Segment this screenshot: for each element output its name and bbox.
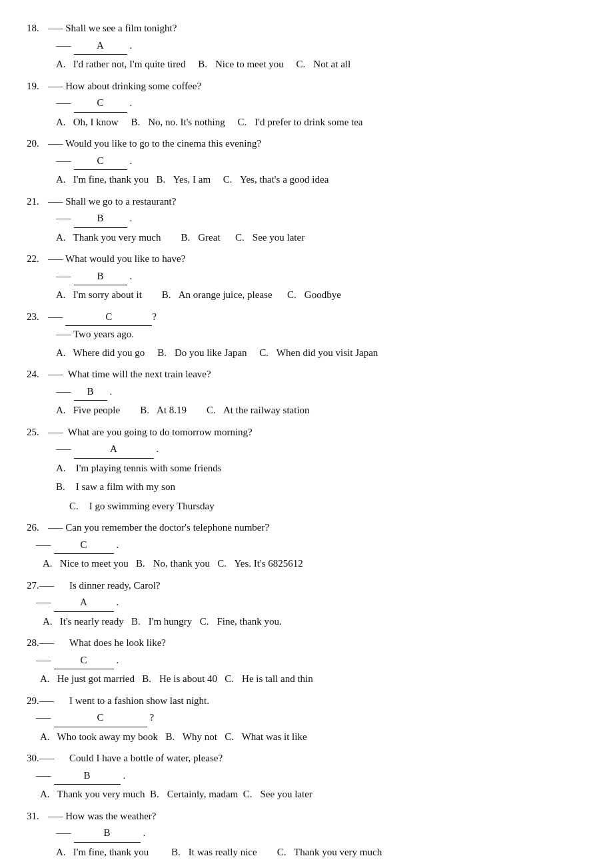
- q27-optC: C. Fine, thank you.: [200, 612, 282, 631]
- question-25: 25. ––– What are you going to do tomorro…: [27, 424, 586, 516]
- q31-prompt: ––– How was the weather?: [48, 808, 156, 825]
- q31-num: 31.: [27, 808, 45, 825]
- question-20: 20. ––– Would you like to go to the cine…: [27, 135, 586, 189]
- q19-options: A. Oh, I know B. No, no. It's nothing C.…: [27, 113, 586, 132]
- q31-optC: C. Thank you very much: [277, 843, 382, 862]
- q24-dash: –––: [56, 383, 71, 401]
- q31-dash: –––: [56, 825, 71, 842]
- q26-optA: A. Nice to meet you: [43, 554, 136, 573]
- q27-blank: A: [54, 594, 114, 612]
- q20-blank: C: [74, 153, 127, 171]
- q28-optC: C. He is tall and thin: [225, 669, 312, 689]
- question-18: 18. ––– Shall we see a film tonight? –––…: [27, 20, 586, 74]
- q27-num: 27.–––: [27, 577, 67, 595]
- q18-num: 18.: [27, 20, 45, 37]
- q26-optB: B. No, thank you: [136, 554, 217, 573]
- question-32: 32. ––– What does he look like? ––– C.: [27, 865, 586, 868]
- q25-optC: C. I go swimming every Thursday: [56, 497, 586, 516]
- q27-optB: B. I'm hungry: [131, 612, 200, 631]
- q25-options: A. I'm playing tennis with some friends …: [27, 459, 586, 516]
- q19-prompt: ––– How about drinking some coffee?: [48, 78, 201, 95]
- q31-optA: A. I'm fine, thank you: [56, 843, 171, 862]
- question-26: 26. ––– Can you remember the doctor's te…: [27, 519, 586, 573]
- q24-blank: B: [74, 383, 107, 401]
- q29-blank: C: [54, 709, 147, 727]
- q22-optC: C. Goodbye: [287, 285, 341, 305]
- question-31: 31. ––– How was the weather? ––– B. A. I…: [27, 808, 586, 862]
- q29-options: A. Who took away my book B. Why not C. W…: [27, 727, 586, 747]
- q28-options: A. He just got married B. He is about 40…: [27, 669, 586, 689]
- q30-blank: B: [54, 767, 121, 785]
- question-21: 21. ––– Shall we go to a restaurant? –––…: [27, 193, 586, 247]
- q28-optB: B. He is about 40: [142, 669, 225, 689]
- q18-dash: –––: [56, 37, 71, 55]
- q20-prompt: ––– Would you like to go to the cinema t…: [48, 135, 261, 153]
- q26-dash: –––: [36, 537, 51, 554]
- q28-num: 28.–––: [27, 635, 67, 652]
- q30-optA: A. Thank you very much: [40, 785, 150, 804]
- q28-blank: C: [54, 652, 114, 670]
- q29-prompt: I went to a fashion show last night.: [69, 693, 209, 710]
- q21-blank: B: [74, 210, 127, 228]
- q32-prompt: ––– What does he look like?: [48, 865, 162, 868]
- q19-optA: A. Oh, I know: [56, 113, 131, 132]
- q24-optA: A. Five people: [56, 401, 140, 420]
- question-24: 24. ––– What time will the next train le…: [27, 366, 586, 420]
- q19-dash: –––: [56, 95, 71, 112]
- question-19: 19. ––– How about drinking some coffee? …: [27, 78, 586, 132]
- q19-num: 19.: [27, 78, 45, 95]
- q26-prompt: ––– Can you remember the doctor's teleph…: [48, 519, 269, 537]
- q27-options: A. It's nearly ready B. I'm hungry C. Fi…: [27, 612, 586, 631]
- q23-prompt: ––– C?: [48, 309, 157, 327]
- q23-options: A. Where did you go B. Do you like Japan…: [27, 343, 586, 363]
- q21-prompt: ––– Shall we go to a restaurant?: [48, 193, 176, 211]
- q21-dash: –––: [56, 210, 71, 227]
- q30-dash: –––: [36, 767, 51, 785]
- q20-optA: A. I'm fine, thank you: [56, 170, 157, 189]
- q22-blank: B: [74, 268, 127, 286]
- q21-options: A. Thank you very much B. Great C. See y…: [27, 228, 586, 247]
- q18-prompt: ––– Shall we see a film tonight?: [48, 20, 177, 37]
- q31-options: A. I'm fine, thank you B. It was really …: [27, 843, 586, 862]
- q29-optB: B. Why not: [165, 727, 225, 747]
- q21-optC: C. See you later: [235, 228, 305, 247]
- question-30: 30.––– Could I have a bottle of water, p…: [27, 750, 586, 804]
- question-22: 22. ––– What would you like to have? –––…: [27, 251, 586, 305]
- q18-options: A. I'd rather not, I'm quite tired B. Ni…: [27, 55, 586, 74]
- q21-optA: A. Thank you very much: [56, 228, 181, 247]
- q18-blank: A: [74, 37, 127, 55]
- q25-optB: B. I saw a film with my son: [56, 477, 586, 497]
- q25-optA: A. I'm playing tennis with some friends: [56, 459, 586, 478]
- q25-blank: A: [74, 441, 154, 459]
- q26-options: A. Nice to meet you B. No, thank you C. …: [27, 554, 586, 573]
- q30-num: 30.–––: [27, 750, 67, 767]
- q24-optC: C. At the railway station: [207, 401, 309, 420]
- q18-optC: C. Not at all: [297, 55, 351, 74]
- q24-num: 24.: [27, 366, 45, 383]
- q20-optB: B. Yes, I am: [157, 170, 223, 189]
- q22-optA: A. I'm sorry about it: [56, 285, 162, 305]
- q28-prompt: What does he look like?: [69, 635, 166, 652]
- q29-dash: –––: [36, 709, 51, 727]
- q23-optB: B. Do you like Japan: [157, 343, 259, 363]
- quiz-container: 18. ––– Shall we see a film tonight? –––…: [27, 20, 586, 868]
- q25-dash: –––: [56, 441, 71, 458]
- q20-dash: –––: [56, 153, 71, 170]
- q25-prompt: ––– What are you going to do tomorrow mo…: [48, 424, 253, 441]
- q29-optC: C. What was it like: [225, 727, 306, 747]
- q24-options: A. Five people B. At 8.19 C. At the rail…: [27, 401, 586, 420]
- q32-num: 32.: [27, 865, 45, 868]
- q20-optC: C. Yes, that's a good idea: [223, 170, 328, 189]
- q20-options: A. I'm fine, thank you B. Yes, I am C. Y…: [27, 170, 586, 189]
- q27-optA: A. It's nearly ready: [43, 612, 131, 631]
- q22-options: A. I'm sorry about it B. An orange juice…: [27, 285, 586, 305]
- q23-optC: C. When did you visit Japan: [259, 343, 378, 363]
- question-23: 23. ––– C? ––– Two years ago. A. Where d…: [27, 309, 586, 363]
- q23-num: 23.: [27, 309, 45, 326]
- q21-num: 21.: [27, 193, 45, 211]
- q30-prompt: Could I have a bottle of water, please?: [69, 750, 223, 767]
- q20-num: 20.: [27, 135, 45, 153]
- q19-optC: C. I'd prefer to drink some tea: [238, 113, 363, 132]
- q30-options: A. Thank you very much B. Certainly, mad…: [27, 785, 586, 804]
- q25-num: 25.: [27, 424, 45, 441]
